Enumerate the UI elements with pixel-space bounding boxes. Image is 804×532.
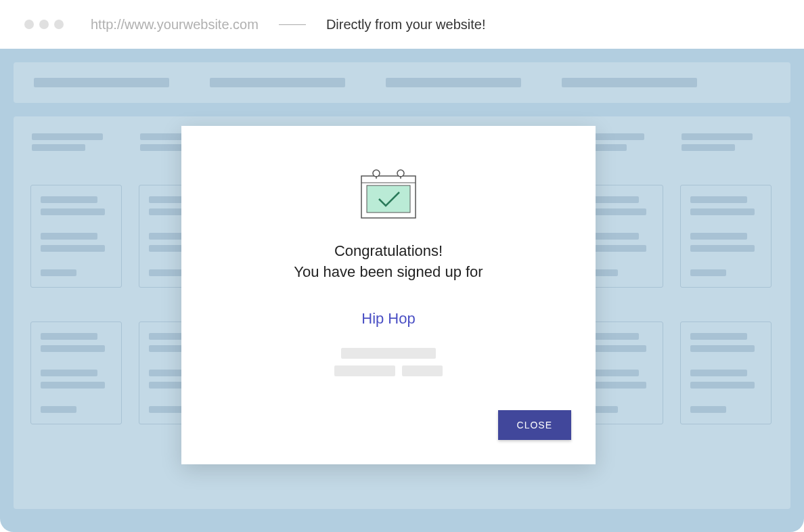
modal-body: Congratulations! You have been signed up… — [181, 126, 596, 397]
window-controls — [24, 20, 64, 29]
modal-heading-line1: Congratulations! — [294, 241, 483, 262]
svg-point-4 — [397, 170, 404, 177]
signed-up-course-name: Hip Hop — [361, 310, 415, 328]
window-dot-icon — [54, 20, 64, 29]
modal-heading: Congratulations! You have been signed up… — [294, 241, 483, 283]
nav-bar-placeholder — [14, 62, 790, 103]
detail-placeholder — [334, 365, 395, 376]
address-bar-url: http://www.yourwebsite.com — [91, 17, 259, 32]
detail-placeholder — [402, 365, 443, 376]
window-dot-icon — [39, 20, 49, 29]
browser-chrome: http://www.yourwebsite.com Directly from… — [0, 0, 804, 49]
chrome-tagline: Directly from your website! — [326, 17, 486, 32]
class-card-placeholder — [680, 322, 772, 424]
calendar-check-icon — [357, 167, 420, 221]
nav-item-placeholder — [210, 78, 345, 87]
detail-placeholder — [341, 348, 436, 359]
close-button[interactable]: CLOSE — [498, 410, 571, 440]
nav-item-placeholder — [562, 78, 697, 87]
column-header-placeholder — [680, 133, 772, 151]
window-dot-icon — [24, 20, 34, 29]
svg-rect-1 — [367, 185, 410, 213]
svg-point-3 — [373, 170, 380, 177]
modal-footer: CLOSE — [181, 397, 596, 464]
modal-heading-line2: You have been signed up for — [294, 262, 483, 283]
class-card-placeholder — [680, 185, 772, 288]
confirmation-modal: Congratulations! You have been signed up… — [181, 126, 596, 464]
nav-item-placeholder — [34, 78, 169, 87]
nav-item-placeholder — [386, 78, 521, 87]
column-header-placeholder — [30, 133, 122, 151]
divider-line — [279, 24, 306, 25]
page-background: Congratulations! You have been signed up… — [0, 49, 804, 532]
class-card-placeholder — [30, 322, 122, 424]
class-card-placeholder — [30, 185, 122, 288]
